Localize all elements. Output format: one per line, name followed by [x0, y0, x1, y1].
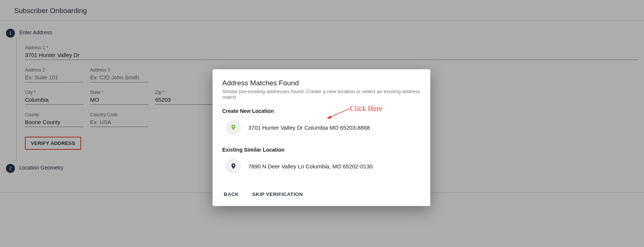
dialog-subtitle: Similar pre-existing addresses found. Cr… [222, 89, 421, 100]
existing-location-heading: Existing Similar Location [222, 147, 421, 153]
existing-location-row[interactable]: 7890 N Deer Valley Ln Columbia, MO 65202… [222, 158, 421, 180]
skip-verification-button[interactable]: SKIP VERIFICATION [251, 189, 305, 199]
existing-location-address: 7890 N Deer Valley Ln Columbia, MO 65202… [248, 163, 373, 170]
back-button[interactable]: BACK [222, 189, 240, 199]
address-matches-dialog: Address Matches Found Similar pre-existi… [213, 69, 430, 206]
create-new-location-heading: Create New Location [222, 108, 421, 114]
map-pin-new-icon [226, 120, 241, 135]
map-pin-existing-icon [226, 159, 241, 174]
dialog-title: Address Matches Found [222, 79, 421, 87]
create-new-location-address: 3701 Hunter Valley Dr Columbia MO 65203-… [248, 124, 370, 131]
create-new-location-row[interactable]: 3701 Hunter Valley Dr Columbia MO 65203-… [222, 119, 421, 142]
